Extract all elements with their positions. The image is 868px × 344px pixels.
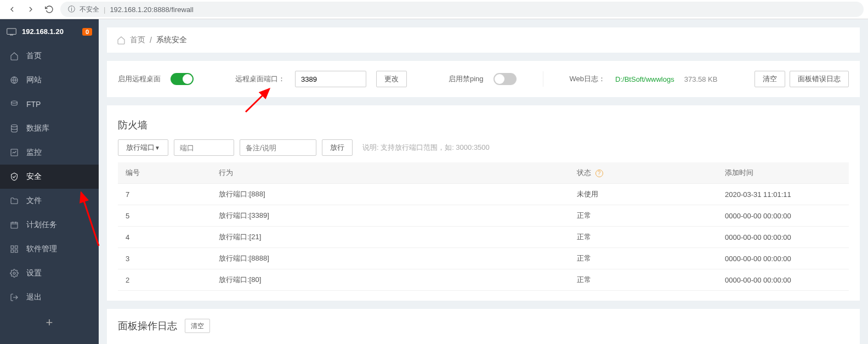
action-type-select[interactable]: 放行端口 ▼ xyxy=(118,139,168,156)
svg-point-3 xyxy=(12,101,18,103)
sidebar: 192.168.1.20 0 首页 网站 FTP 数据库 监控 安全 xyxy=(0,19,99,344)
sidebar-item-label: 网站 xyxy=(26,75,42,85)
cell-no: 4 xyxy=(118,227,211,248)
top-panel: 启用远程桌面 远程桌面端口： 更改 启用禁ping Web日志： D:/BtSo… xyxy=(107,61,860,97)
enable-noping-label: 启用禁ping xyxy=(449,74,484,84)
cell-action: 放行端口:[888] xyxy=(211,184,569,205)
breadcrumb-home[interactable]: 首页 xyxy=(130,35,145,45)
sidebar-item-files[interactable]: 文件 xyxy=(0,189,99,213)
sidebar-item-cron[interactable]: 计划任务 xyxy=(0,213,99,237)
enable-noping-toggle[interactable] xyxy=(493,73,517,85)
cell-no: 7 xyxy=(118,184,211,205)
weblog-path-link[interactable]: D:/BtSoft/wwwlogs xyxy=(615,75,674,83)
svg-rect-11 xyxy=(15,246,18,249)
col-time: 添加时间 xyxy=(717,162,849,184)
breadcrumb-current: 系统安全 xyxy=(156,35,187,45)
forward-button[interactable] xyxy=(23,2,38,17)
cell-no: 2 xyxy=(118,269,211,291)
sidebar-item-label: 监控 xyxy=(26,148,42,157)
rdp-port-input[interactable] xyxy=(295,71,366,87)
weblog-size: 373.58 KB xyxy=(684,75,718,83)
svg-rect-0 xyxy=(7,29,16,35)
table-row: 5放行端口:[3389]正常0000-00-00 00:00:00 xyxy=(118,205,849,227)
url-text: 192.168.1.20:8888/firewall xyxy=(110,5,194,14)
svg-point-4 xyxy=(12,125,18,127)
notification-badge[interactable]: 0 xyxy=(82,28,92,36)
chart-icon xyxy=(10,148,19,157)
sidebar-header: 192.168.1.20 0 xyxy=(0,19,99,44)
svg-rect-13 xyxy=(15,250,18,252)
port-input[interactable] xyxy=(174,139,234,156)
cell-time: 2020-03-31 11:01:11 xyxy=(717,184,849,205)
svg-rect-10 xyxy=(11,246,14,249)
sidebar-item-label: 软件管理 xyxy=(26,244,57,254)
browser-toolbar: ⓘ 不安全 | 192.168.1.20:8888/firewall xyxy=(0,0,868,19)
panel-error-log-button[interactable]: 面板错误日志 xyxy=(790,71,849,87)
cell-status: 正常 xyxy=(569,227,717,248)
gear-icon xyxy=(10,269,19,278)
ftp-icon xyxy=(10,100,19,109)
reload-button[interactable] xyxy=(42,2,57,17)
oplog-clear-button[interactable]: 清空 xyxy=(185,319,210,333)
cell-time: 0000-00-00 00:00:00 xyxy=(717,248,849,269)
back-button[interactable] xyxy=(4,2,20,17)
cell-status: 正常 xyxy=(569,248,717,269)
server-ip: 192.168.1.20 xyxy=(22,27,64,36)
sidebar-item-label: 设置 xyxy=(26,268,42,278)
cell-time: 0000-00-00 00:00:00 xyxy=(717,227,849,248)
table-row: 3放行端口:[8888]正常0000-00-00 00:00:00 xyxy=(118,248,849,269)
cell-no: 3 xyxy=(118,248,211,269)
add-rule-button[interactable]: 放行 xyxy=(322,139,353,156)
shield-icon xyxy=(10,172,19,181)
globe-icon xyxy=(10,76,19,84)
note-input[interactable] xyxy=(240,139,316,156)
sidebar-item-label: FTP xyxy=(26,100,41,109)
sidebar-item-website[interactable]: 网站 xyxy=(0,68,99,92)
separator: | xyxy=(104,5,105,14)
cell-time: 0000-00-00 00:00:00 xyxy=(717,269,849,291)
oplog-title: 面板操作日志 xyxy=(118,319,177,332)
calendar-icon xyxy=(10,221,19,229)
change-port-button[interactable]: 更改 xyxy=(376,71,407,87)
home-icon xyxy=(117,36,126,44)
breadcrumb-sep: / xyxy=(150,36,152,44)
cell-no: 5 xyxy=(118,205,211,227)
sidebar-add-button[interactable]: + xyxy=(0,312,99,334)
enable-rdp-toggle[interactable] xyxy=(171,73,194,85)
sidebar-item-label: 安全 xyxy=(26,172,42,182)
help-icon[interactable]: ? xyxy=(595,170,603,177)
firewall-table: 编号 行为 状态 ? 添加时间 7放行端口:[888]未使用2020-03-31… xyxy=(118,162,849,291)
col-action: 行为 xyxy=(211,162,569,184)
sidebar-item-home[interactable]: 首页 xyxy=(0,44,99,68)
chevron-down-icon: ▼ xyxy=(155,145,160,151)
col-no: 编号 xyxy=(118,162,211,184)
weblog-label: Web日志： xyxy=(570,74,606,84)
cell-action: 放行端口:[21] xyxy=(211,227,569,248)
sidebar-item-monitor[interactable]: 监控 xyxy=(0,140,99,165)
sidebar-item-security[interactable]: 安全 xyxy=(0,165,99,189)
address-bar[interactable]: ⓘ 不安全 | 192.168.1.20:8888/firewall xyxy=(60,2,864,17)
sidebar-item-settings[interactable]: 设置 xyxy=(0,261,99,285)
sidebar-item-logout[interactable]: 退出 xyxy=(0,285,99,309)
home-icon xyxy=(10,52,19,60)
info-icon: ⓘ xyxy=(68,4,75,14)
sidebar-item-software[interactable]: 软件管理 xyxy=(0,237,99,261)
firewall-panel: 防火墙 放行端口 ▼ 放行 说明: 支持放行端口范围，如: 3000:3500 … xyxy=(107,105,860,301)
svg-rect-12 xyxy=(11,250,14,252)
cell-status: 正常 xyxy=(569,269,717,291)
col-status-text: 状态 xyxy=(577,168,591,177)
sidebar-item-label: 计划任务 xyxy=(26,220,57,230)
sidebar-item-database[interactable]: 数据库 xyxy=(0,116,99,140)
folder-icon xyxy=(10,196,19,205)
table-row: 2放行端口:[80]正常0000-00-00 00:00:00 xyxy=(118,269,849,291)
sidebar-item-label: 首页 xyxy=(26,51,42,61)
exit-icon xyxy=(10,293,19,302)
monitor-icon xyxy=(7,28,16,36)
table-row: 7放行端口:[888]未使用2020-03-31 11:01:11 xyxy=(118,184,849,205)
firewall-title: 防火墙 xyxy=(118,119,849,132)
clear-log-button[interactable]: 清空 xyxy=(754,71,785,87)
sidebar-item-ftp[interactable]: FTP xyxy=(0,92,99,116)
cell-action: 放行端口:[8888] xyxy=(211,248,569,269)
breadcrumb: 首页 / 系统安全 xyxy=(107,27,860,53)
table-row: 4放行端口:[21]正常0000-00-00 00:00:00 xyxy=(118,227,849,248)
